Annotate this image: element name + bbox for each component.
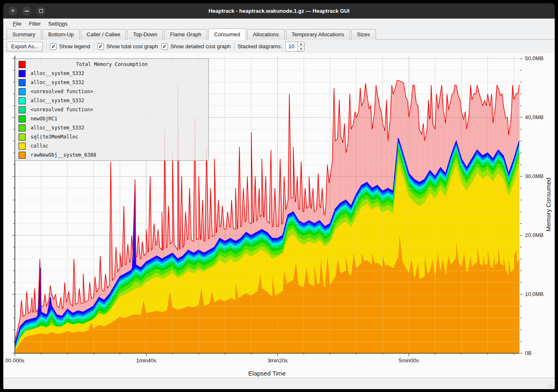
y-tick-label: 50,0MB	[525, 55, 544, 61]
legend-label: <unresolved function>	[31, 89, 93, 94]
menu-file[interactable]: File	[9, 20, 25, 28]
y-tick-label: 40,0MB	[525, 114, 544, 120]
tab-bar: SummaryBottom-UpCaller / CalleeTop-DownF…	[3, 28, 555, 40]
menu-filter[interactable]: Filter	[25, 20, 45, 28]
legend-item: alloc__system_5332	[15, 96, 208, 105]
legend-swatch-icon	[19, 143, 26, 150]
legend-label: alloc__system_5332	[31, 98, 84, 103]
legend-swatch-icon	[19, 115, 26, 122]
y-tick-label: 10,0MB	[525, 291, 544, 297]
legend-item: <unresolved function>	[15, 87, 208, 96]
legend-item: calloc	[15, 141, 208, 150]
consumed-chart-panel: 00.000s1min40s3min20s5min00s0B10,0MB20,0…	[3, 53, 555, 389]
toolbar-separator	[46, 42, 47, 51]
legend-label: rawNewObj__system_6388	[31, 152, 96, 158]
spinner-buttons: ▲ ▼	[297, 42, 304, 51]
x-axis-title: Elapsed Time	[248, 370, 286, 377]
tab-flame-graph[interactable]: Flame Graph	[164, 29, 207, 40]
legend-swatch-icon	[19, 97, 26, 104]
checkbox-check-icon: ✓	[97, 43, 104, 50]
legend-swatch-icon	[19, 152, 26, 159]
window-controls: ✕	[8, 7, 45, 16]
legend-label: <unresolved function>	[31, 107, 93, 113]
menubar: File Filter Settings	[3, 19, 555, 28]
chart-legend: Total Memory Consumptionalloc__system_53…	[15, 59, 209, 161]
minimize-glyph	[25, 11, 29, 12]
tab-summary[interactable]: Summary	[7, 29, 41, 40]
show-legend-checkbox[interactable]: ✓ Show legend	[50, 43, 90, 50]
x-tick-label: 1min40s	[136, 357, 157, 364]
x-tick-label: 00.000s	[5, 357, 25, 364]
stacked-diagrams-spinner[interactable]: 10 ▲ ▼	[285, 42, 305, 52]
chart-surface[interactable]: 00.000s1min40s3min20s5min00s0B10,0MB20,0…	[3, 53, 555, 378]
tab-temporary-allocations[interactable]: Temporary Allocations	[286, 29, 350, 40]
stacked-diagrams-label: Stacked diagrams:	[238, 43, 282, 49]
tab-bottom-up[interactable]: Bottom-Up	[43, 29, 80, 40]
spinner-up-icon[interactable]: ▲	[298, 42, 304, 47]
legend-item: sqlite3MemMalloc	[15, 132, 208, 141]
legend-swatch-icon	[19, 79, 26, 86]
tab-consumed[interactable]: Consumed	[208, 28, 246, 40]
toolbar: Export As... ✓ Show legend ✓ Show total …	[3, 40, 555, 53]
y-tick-label: 0B	[525, 350, 532, 356]
toolbar-separator	[94, 42, 94, 51]
maximize-glyph	[39, 9, 43, 13]
legend-item: <unresolved function>	[15, 105, 208, 114]
legend-item: rawNewObj__system_6388	[15, 150, 208, 160]
titlebar[interactable]: ✕ Heaptrack - heaptrack.wakunode.1.gz — …	[3, 3, 555, 19]
legend-swatch-icon	[19, 106, 26, 113]
legend-swatch-icon	[19, 88, 26, 95]
legend-label: Total Memory Consumption	[31, 61, 193, 67]
legend-item: newObjRC1	[15, 114, 208, 123]
legend-label: alloc__system_5332	[31, 80, 84, 85]
close-icon[interactable]: ✕	[8, 7, 17, 16]
maximize-icon[interactable]	[36, 7, 45, 16]
menu-settings[interactable]: Settings	[45, 20, 71, 28]
legend-label: calloc	[31, 143, 48, 149]
legend-swatch-icon	[19, 134, 26, 141]
legend-item: Total Memory Consumption	[15, 60, 208, 69]
checkbox-check-icon: ✓	[161, 43, 168, 50]
legend-label: newObjRC1	[31, 116, 57, 122]
legend-item: alloc__system_5332	[15, 78, 208, 87]
legend-swatch-icon	[19, 70, 26, 77]
tab-caller-callee[interactable]: Caller / Callee	[81, 29, 126, 40]
show-detailed-cost-checkbox[interactable]: ✓ Show detailed cost graph	[161, 43, 231, 50]
x-tick-label: 3min20s	[267, 357, 288, 364]
size-grip[interactable]	[546, 381, 552, 387]
show-total-cost-checkbox[interactable]: ✓ Show total cost graph	[97, 43, 158, 50]
legend-swatch-icon	[19, 61, 26, 68]
x-tick-label: 5min00s	[399, 357, 419, 364]
legend-item: alloc__system_5332	[15, 69, 208, 78]
export-as-button[interactable]: Export As...	[7, 42, 43, 52]
spinner-down-icon[interactable]: ▼	[298, 47, 304, 51]
y-tick-label: 20,0MB	[525, 232, 544, 238]
legend-label: alloc__system_5332	[31, 125, 84, 131]
window-title: Heaptrack - heaptrack.wakunode.1.gz — He…	[3, 8, 555, 14]
heaptrack-window: ✕ Heaptrack - heaptrack.wakunode.1.gz — …	[3, 3, 555, 389]
tab-sizes[interactable]: Sizes	[351, 29, 376, 40]
y-tick-label: 30,0MB	[525, 173, 544, 179]
stacked-diagrams-value[interactable]: 10	[286, 42, 297, 51]
legend-item: alloc__system_5332	[15, 123, 208, 132]
tab-top-down[interactable]: Top-Down	[127, 29, 163, 40]
checkbox-check-icon: ✓	[50, 43, 57, 50]
legend-label: sqlite3MemMalloc	[31, 134, 78, 140]
y-axis-title: Memory Consumed	[545, 178, 552, 232]
legend-label: alloc__system_5332	[31, 70, 84, 76]
legend-swatch-icon	[19, 124, 26, 131]
toolbar-separator	[234, 42, 234, 51]
tab-allocations[interactable]: Allocations	[247, 29, 285, 40]
minimize-icon[interactable]	[22, 7, 31, 16]
